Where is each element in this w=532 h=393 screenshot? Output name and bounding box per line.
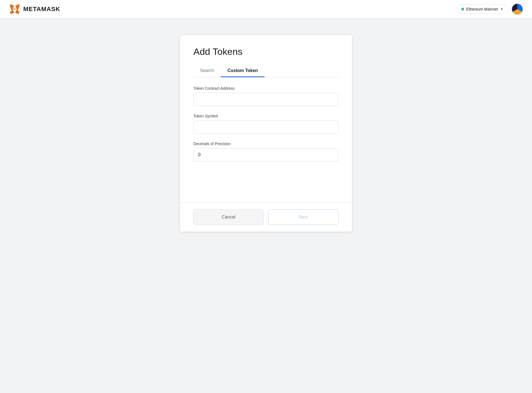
next-button[interactable]: Next <box>268 209 339 225</box>
tab-custom-token[interactable]: Custom Token <box>221 65 265 77</box>
decimals-label: Decimals of Precision <box>193 142 339 146</box>
token-symbol-input[interactable] <box>193 120 339 134</box>
spacer <box>193 169 339 191</box>
network-status-dot <box>461 8 464 11</box>
metamask-logo-icon <box>9 3 21 15</box>
card-body: Add Tokens Search Custom Token Token Con… <box>180 35 352 202</box>
network-name: Ethereum Mainnet <box>466 7 498 11</box>
token-symbol-group: Token Symbol <box>193 114 339 134</box>
token-contract-address-input[interactable] <box>193 93 339 106</box>
network-selector[interactable]: Ethereum Mainnet ▼ <box>457 4 508 14</box>
decimals-input[interactable] <box>193 148 339 161</box>
brand: METAMASK <box>9 3 60 15</box>
card-footer: Cancel Next <box>180 202 352 232</box>
navbar: METAMASK Ethereum Mainnet ▼ <box>0 0 532 19</box>
decimals-group: Decimals of Precision <box>193 142 339 161</box>
page-title: Add Tokens <box>193 46 339 57</box>
token-contract-address-label: Token Contract Address <box>193 86 339 91</box>
svg-point-15 <box>16 9 17 10</box>
main-content: Add Tokens Search Custom Token Token Con… <box>0 19 532 392</box>
navbar-right: Ethereum Mainnet ▼ <box>457 3 523 15</box>
token-symbol-label: Token Symbol <box>193 114 339 118</box>
tab-search[interactable]: Search <box>193 65 221 77</box>
tabs: Search Custom Token <box>193 65 339 77</box>
token-contract-address-group: Token Contract Address <box>193 86 339 106</box>
svg-point-14 <box>12 9 13 10</box>
add-tokens-card: Add Tokens Search Custom Token Token Con… <box>180 35 352 232</box>
chevron-down-icon: ▼ <box>500 7 503 11</box>
cancel-button[interactable]: Cancel <box>193 209 264 225</box>
avatar[interactable] <box>511 3 523 15</box>
brand-name: METAMASK <box>23 6 60 13</box>
